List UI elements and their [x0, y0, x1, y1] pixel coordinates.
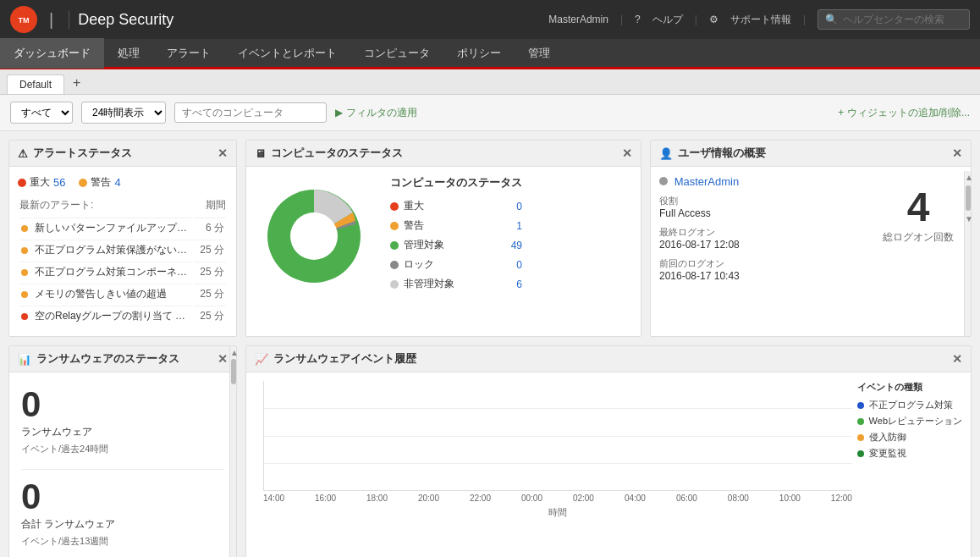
alert-time: 25 分: [194, 262, 226, 282]
alert-time: 25 分: [194, 284, 226, 304]
chart-xaxis: 14:0016:0018:0020:0022:0000:0002:0004:00…: [263, 491, 852, 503]
legend-label: 警告: [404, 218, 424, 233]
legend-count[interactable]: 0: [505, 201, 522, 212]
scroll-up-arrow[interactable]: ▲: [965, 171, 971, 184]
history-widget-close[interactable]: ✕: [952, 352, 962, 366]
alert-row[interactable]: 不正プログラム対策コンポーネン… 25 分: [19, 262, 226, 282]
legend-count[interactable]: 49: [505, 240, 522, 251]
alert-dot-cell: [19, 218, 31, 238]
nav-item-events-reports[interactable]: イベントとレポート: [224, 38, 350, 69]
legend-dot: [390, 241, 399, 250]
help-icon: ?: [635, 14, 641, 25]
computer-status-widget: 🖥 コンピュータのステータス ✕: [245, 140, 641, 337]
chart-legend-dot: [857, 418, 864, 425]
x-label: 02:00: [573, 494, 594, 503]
computer-filter-input[interactable]: [174, 102, 327, 123]
legend-label: 重大: [404, 199, 424, 213]
apply-filter-button[interactable]: ▶ フィルタの適用: [335, 106, 417, 120]
alert-icon: ⚠: [18, 147, 28, 160]
ransomware-widget-close[interactable]: ✕: [217, 352, 228, 366]
scroll-thumb[interactable]: [966, 185, 971, 211]
legend-dot: [390, 261, 399, 269]
search-box[interactable]: 🔍: [818, 9, 970, 30]
ransomware-count1: 0: [21, 384, 224, 425]
alert-dot-cell: [19, 240, 31, 260]
alert-row[interactable]: メモリの警告しきい値の超過 25 分: [19, 284, 226, 304]
x-label: 10:00: [779, 494, 801, 503]
chart-legend-item: 不正プログラム対策: [857, 399, 962, 411]
nav-item-policy[interactable]: ポリシー: [443, 38, 515, 69]
legend-count[interactable]: 1: [505, 220, 522, 232]
alert-dot-cell: [19, 306, 31, 326]
chart-xlabel: 時間: [263, 505, 852, 519]
chart-legend-dot: [857, 450, 864, 457]
critical-count[interactable]: 56: [53, 176, 65, 189]
ransomware-divider: [21, 469, 224, 470]
x-label: 14:00: [263, 494, 284, 503]
nav-item-processing[interactable]: 処理: [104, 38, 153, 69]
user-widget-header: 👤 ユーザ情報の概要 ✕: [651, 141, 971, 167]
pie-chart: [255, 177, 373, 295]
x-label: 20:00: [418, 494, 439, 503]
chart-legend-item: 変更監視: [857, 447, 962, 460]
support-link[interactable]: サポート情報: [730, 13, 791, 27]
ransomware-label1: ランサムウェア: [21, 425, 224, 439]
x-label: 22:00: [470, 494, 491, 503]
user-widget-close[interactable]: ✕: [952, 146, 962, 160]
history-widget-title: ランサムウェアイベント履歴: [273, 351, 416, 367]
alert-time: 25 分: [194, 240, 226, 260]
legend-item: 管理対象 49: [390, 238, 522, 252]
nav-item-computers[interactable]: コンピュータ: [350, 38, 443, 69]
legend-dot: [390, 202, 399, 211]
grid-line-2: [264, 436, 852, 437]
legend-count[interactable]: 6: [505, 278, 522, 290]
x-label: 18:00: [366, 494, 388, 503]
search-input[interactable]: [843, 14, 961, 25]
nav-item-dashboard[interactable]: ダッシュボード: [0, 38, 104, 69]
warning-count[interactable]: 4: [114, 176, 120, 189]
last-login-row: 最終ログオン 2016-08-17 12:08: [659, 226, 866, 251]
ransomware-history-widget: 📈 ランサムウェアイベント履歴 ✕ 14:0016:0018:0020:0022…: [245, 345, 972, 557]
alert-row[interactable]: 不正プログラム対策保護がないか… 25 分: [19, 240, 226, 260]
user-menu[interactable]: MasterAdmin: [548, 14, 608, 25]
tab-default[interactable]: Default: [7, 74, 64, 94]
add-tab-button[interactable]: +: [64, 72, 89, 94]
all-select[interactable]: すべて: [10, 102, 73, 124]
scroll-down-arrow[interactable]: ▼: [965, 212, 971, 225]
toolbar: すべて 24時間表示 ▶ フィルタの適用 + ウィジェットの追加/削除...: [0, 95, 980, 131]
legend-dot: [390, 222, 399, 230]
nav-item-alerts[interactable]: アラート: [153, 38, 224, 69]
pie-svg: [255, 177, 373, 295]
alert-row[interactable]: 空のRelayグループの割り当て – d… 25 分: [19, 306, 226, 326]
alert-dot-cell: [19, 284, 31, 304]
warning-severity: 警告 4: [79, 175, 120, 190]
ransomware-scrollbar[interactable]: ▲ ▼: [229, 346, 236, 557]
header: TM | Deep Security MasterAdmin | ? ヘルプ |…: [0, 0, 980, 39]
legend-count[interactable]: 0: [505, 259, 522, 271]
add-widget-button[interactable]: + ウィジェットの追加/削除...: [838, 106, 970, 120]
alert-status-widget: ⚠ アラートステータス ✕ 重大 56 警告 4: [8, 140, 237, 337]
grid-line-1: [264, 408, 852, 409]
time-select[interactable]: 24時間表示: [81, 102, 166, 124]
nav-item-management[interactable]: 管理: [515, 38, 564, 69]
ransom-scroll-thumb[interactable]: [231, 359, 236, 384]
user-widget-scrollbar[interactable]: ▲ ▼: [964, 171, 971, 336]
chart-legend-label: 侵入防御: [869, 431, 906, 444]
help-link[interactable]: ヘルプ: [652, 13, 683, 27]
alert-time: 25 分: [194, 306, 226, 326]
x-label: 04:00: [625, 494, 646, 503]
main-content: ⚠ アラートステータス ✕ 重大 56 警告 4: [0, 131, 980, 557]
svg-point-3: [290, 212, 338, 260]
alert-widget-close[interactable]: ✕: [217, 146, 228, 160]
computer-widget-close[interactable]: ✕: [622, 146, 632, 160]
legend-item: 非管理対象 6: [390, 277, 522, 291]
ransom-scroll-up[interactable]: ▲: [230, 346, 236, 357]
alert-row[interactable]: 新しいパターンファイルアップデー… 6 分: [19, 218, 226, 238]
user-avatar-dot: [659, 177, 668, 185]
computer-widget-title: コンピュータのステータス: [271, 146, 403, 161]
chart-legend-label: 不正プログラム対策: [869, 399, 953, 411]
chart-legend-dot: [857, 434, 864, 441]
username-display: MasterAdmin: [659, 175, 866, 188]
prev-login-row: 前回のログオン 2016-08-17 10:43: [659, 257, 866, 282]
nav-bar: ダッシュボード 処理 アラート イベントとレポート コンピュータ ポリシー 管理: [0, 39, 980, 69]
